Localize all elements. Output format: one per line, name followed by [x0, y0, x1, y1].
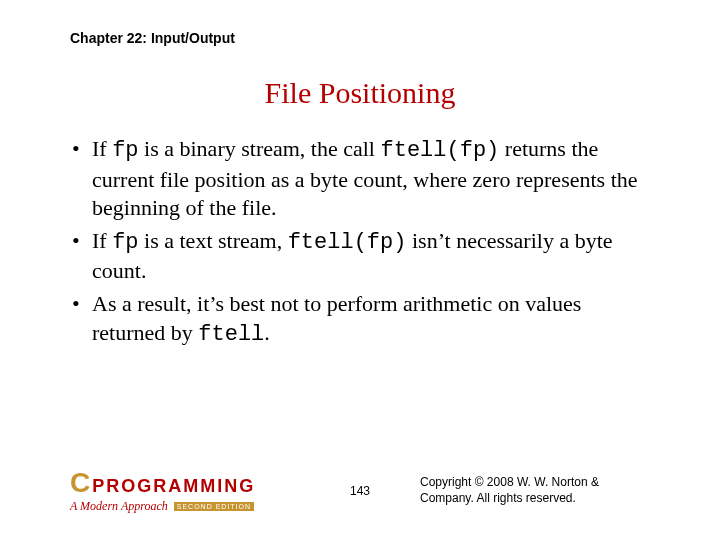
text: If [92, 136, 112, 161]
text: is a binary stream, the call [139, 136, 381, 161]
list-item: As a result, it’s best not to perform ar… [70, 290, 650, 349]
slide: Chapter 22: Input/Output File Positionin… [0, 0, 720, 540]
footer: C PROGRAMMING A Modern Approach SECOND E… [0, 467, 720, 514]
bullet-list: If fp is a binary stream, the call ftell… [70, 135, 650, 349]
logo-edition: SECOND EDITION [174, 502, 254, 511]
text: If [92, 228, 112, 253]
code: ftell(fp) [288, 230, 407, 255]
copyright: Copyright © 2008 W. W. Norton & Company.… [420, 475, 650, 506]
text: As a result, it’s best not to perform ar… [92, 291, 581, 345]
text: . [264, 320, 270, 345]
chapter-label: Chapter 22: Input/Output [70, 30, 650, 46]
logo-subtitle: A Modern Approach SECOND EDITION [70, 499, 254, 514]
book-logo: C PROGRAMMING A Modern Approach SECOND E… [70, 467, 255, 514]
logo-top: C PROGRAMMING [70, 467, 255, 499]
code: ftell [198, 322, 264, 347]
logo-sub-text: A Modern Approach [70, 499, 168, 514]
list-item: If fp is a text stream, ftell(fp) isn’t … [70, 227, 650, 286]
code: fp [112, 138, 138, 163]
logo-programming: PROGRAMMING [92, 476, 255, 497]
page-number: 143 [350, 484, 370, 498]
code: ftell(fp) [380, 138, 499, 163]
page-title: File Positioning [70, 76, 650, 110]
list-item: If fp is a binary stream, the call ftell… [70, 135, 650, 223]
code: fp [112, 230, 138, 255]
logo-c: C [70, 467, 90, 499]
text: is a text stream, [139, 228, 288, 253]
